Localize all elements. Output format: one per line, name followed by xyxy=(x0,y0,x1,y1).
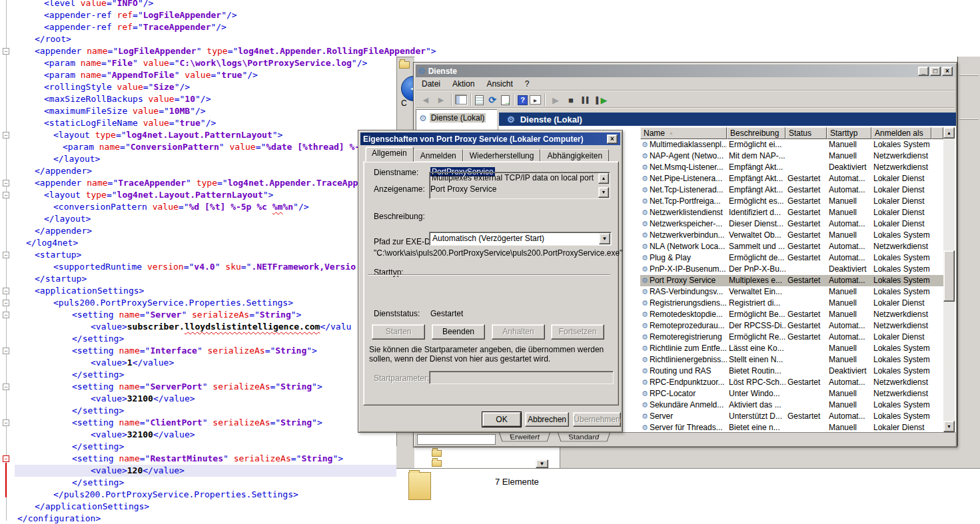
code-line[interactable]: </configuration> xyxy=(17,513,101,524)
code-line[interactable]: <layout type="log4net.Layout.PatternLayo… xyxy=(44,189,273,201)
minimize-button[interactable]: _ xyxy=(918,67,929,76)
tab-wiederherstellung[interactable]: Wiederherstellung xyxy=(463,149,541,162)
code-line[interactable]: </setting> xyxy=(72,369,124,381)
code-line[interactable]: </setting> xyxy=(72,477,124,489)
code-line[interactable]: <param name="File" value="C:\work\logs\P… xyxy=(44,57,367,69)
refresh-icon[interactable] xyxy=(486,94,499,106)
fold-toggle-icon[interactable]: − xyxy=(3,252,9,258)
export-list-icon[interactable] xyxy=(501,95,510,105)
service-row[interactable]: ⚙Registrierungsdiens...Registriert di...… xyxy=(640,298,943,309)
service-row[interactable]: ⚙Richtlinienergebniss...Stellt einen N..… xyxy=(640,354,943,366)
show-window-icon[interactable] xyxy=(530,95,541,105)
code-line[interactable]: <level value="INFO"/> xyxy=(44,0,153,9)
code-line[interactable]: <setting name="ClientPort" serializeAs="… xyxy=(72,417,322,429)
scroll-up-icon[interactable]: ▲ xyxy=(943,127,955,138)
scroll-down-icon[interactable]: ▼ xyxy=(943,421,955,432)
close-button[interactable]: × xyxy=(942,67,953,76)
abbrechen-button[interactable]: Abbrechen xyxy=(525,412,569,427)
code-line[interactable]: <setting name="Server" serializeAs="Stri… xyxy=(72,309,301,321)
ok-button[interactable]: OK xyxy=(482,412,521,427)
pause-service-icon[interactable] xyxy=(580,94,593,106)
scroll-up-icon[interactable]: ▲ xyxy=(598,173,609,184)
fold-toggle-icon[interactable]: − xyxy=(3,348,9,354)
service-row[interactable]: ⚙ServerUnterstützt D...GestartetAutomat.… xyxy=(640,411,943,422)
code-line[interactable]: <maxSizeRollBackups value="10"/> xyxy=(44,93,211,105)
help-icon[interactable] xyxy=(518,95,528,105)
uebernehmen-button[interactable]: Übernehmen xyxy=(573,412,621,427)
service-row[interactable]: ⚙PnP-X-IP-Busenum...Der PnP-X-Bu...Deakt… xyxy=(640,264,943,275)
code-line[interactable]: <setting name="ServerPort" serializeAs="… xyxy=(72,381,322,393)
code-line[interactable]: </startup> xyxy=(35,273,87,285)
service-row[interactable]: ⚙Netzwerkverbindun...Verwaltet Ob...Gest… xyxy=(640,230,943,241)
startparameter-input[interactable] xyxy=(429,371,614,384)
code-line[interactable]: <supportedRuntime version="v4.0" sku=".N… xyxy=(53,261,356,273)
code-line[interactable]: </appender> xyxy=(35,165,92,177)
back-icon[interactable] xyxy=(419,94,432,106)
bottom-tab-erweitert[interactable]: Erweitert xyxy=(499,433,550,441)
code-line[interactable]: </puls200.PortProxyService.Properties.Se… xyxy=(53,489,298,501)
code-line[interactable]: </appender> xyxy=(35,225,92,237)
tab-abhaengigkeiten[interactable]: Abhängigkeiten xyxy=(540,149,609,162)
dialog-titlebar[interactable]: Eigenschaften von Port Proxy Service (Lo… xyxy=(360,132,620,145)
menu-item-aktion[interactable]: Aktion xyxy=(446,78,480,90)
column-header-name[interactable]: Name▲ xyxy=(640,127,727,139)
code-line[interactable]: <appender name="TraceAppender" type="log… xyxy=(35,177,358,189)
properties-icon[interactable] xyxy=(475,95,484,105)
service-row[interactable]: ⚙Server für Threads...Bietet eine n...Ma… xyxy=(640,422,943,432)
code-line[interactable]: <applicationSettings> xyxy=(35,285,144,297)
code-line[interactable]: <puls200.PortProxyService.Properties.Set… xyxy=(53,297,293,309)
column-header-anmeldenals[interactable]: Anmelden als xyxy=(871,127,931,139)
fold-toggle-icon[interactable]: − xyxy=(3,300,9,306)
column-header-beschreibung[interactable]: Beschreibung xyxy=(727,127,785,139)
stop-service-icon[interactable] xyxy=(564,94,578,106)
code-line[interactable]: </layout> xyxy=(44,213,91,225)
bottom-tab-standard[interactable]: Standard xyxy=(558,433,610,441)
service-row[interactable]: ⚙RemoteregistrierungErmöglicht Re...Gest… xyxy=(640,332,943,343)
code-line[interactable]: <value>120</value> xyxy=(91,465,185,477)
service-row[interactable]: ⚙Netzwerkspeicher-...Dieser Dienst...Ges… xyxy=(640,218,943,230)
service-row[interactable]: ⚙Richtlinie zum Entfe...Lässt eine Ko...… xyxy=(640,343,943,354)
service-row[interactable]: ⚙Multimediaklassenpl...Ermöglicht ei...M… xyxy=(640,139,943,150)
code-line[interactable]: <staticLogFileName value="true"/> xyxy=(44,117,216,129)
service-row[interactable]: ⚙NetzwerklistendienstIdentifiziert d...G… xyxy=(640,207,943,218)
code-line[interactable]: <param name="ConversionPattern" value="%… xyxy=(63,141,365,153)
code-line[interactable]: <appender-ref ref="LogFileAppender"/> xyxy=(44,9,237,21)
code-line[interactable]: </root> xyxy=(35,33,71,45)
service-row[interactable]: ⚙Routing und RASBietet Routin...Deaktivi… xyxy=(640,366,943,377)
explorer-file-list[interactable]: ▼ xyxy=(414,447,560,468)
tab-allgemein[interactable]: Allgemein xyxy=(365,146,414,162)
code-line[interactable]: <setting name="RestartMinutes" serialize… xyxy=(72,453,343,465)
service-row[interactable]: ⚙RPC-LocatorUnter Windo...ManuellNetzwer… xyxy=(640,388,943,399)
service-row[interactable]: ⚙RPC-Endpunktzuor...Löst RPC-Sch...Gesta… xyxy=(640,377,943,388)
code-line[interactable]: <rollingStyle value="Size"/> xyxy=(44,81,190,93)
code-line[interactable]: <param name="AppendToFile" value="true"/… xyxy=(44,69,258,81)
service-row[interactable]: ⚙NLA (Network Loca...Sammelt und ...Gest… xyxy=(640,241,943,252)
code-line[interactable]: <layout type="log4net.Layout.PatternLayo… xyxy=(53,129,282,141)
scroll-down-icon[interactable]: ▼ xyxy=(598,187,609,198)
code-line[interactable]: <value>1</value> xyxy=(91,357,174,369)
chevron-down-icon[interactable]: ▼ xyxy=(599,233,610,244)
service-row[interactable]: ⚙Plug & PlayErmöglicht de...GestartetAut… xyxy=(640,252,943,264)
code-line[interactable]: <appender-ref ref="TraceAppender"/> xyxy=(44,21,227,33)
forward-icon[interactable] xyxy=(434,94,448,106)
service-row[interactable]: ⚙RAS-Verbindungsv...Verwaltet Ein...Manu… xyxy=(640,286,943,298)
fold-toggle-icon[interactable]: − xyxy=(3,180,9,186)
start-service-icon[interactable] xyxy=(549,94,562,106)
fold-toggle-icon[interactable]: − xyxy=(3,288,9,294)
service-row[interactable]: ⚙Remoteprozedurau...Der RPCSS-Di...Gesta… xyxy=(640,320,943,332)
fold-toggle-icon[interactable]: − xyxy=(3,192,9,198)
code-line[interactable]: <value>32100</value> xyxy=(91,429,195,441)
code-line[interactable]: <appender name="LogFileAppender" type="l… xyxy=(35,45,436,57)
restart-service-icon[interactable] xyxy=(595,94,608,106)
service-row[interactable]: ⚙Net.Pipe-Listenera...Empfängt Akt...Ges… xyxy=(640,173,943,184)
starttyp-select[interactable]: Automatisch (Verzögerter Start) ▼ xyxy=(429,232,612,246)
service-row[interactable]: ⚙Net.Tcp-Portfreiga...Ermöglicht es...Ge… xyxy=(640,196,943,207)
code-line[interactable]: <value>subscriber.lloydslistintelligence… xyxy=(91,321,351,333)
column-header-status[interactable]: Status xyxy=(785,127,827,139)
fold-toggle-icon[interactable]: − xyxy=(3,384,9,390)
code-line[interactable]: </setting> xyxy=(72,441,124,453)
menu-item-ansicht[interactable]: Ansicht xyxy=(480,78,518,90)
fold-toggle-icon[interactable]: − xyxy=(3,132,9,138)
fold-toggle-icon[interactable]: − xyxy=(3,312,9,318)
service-row[interactable]: ⚙Net.Msmq-Listener...Empfängt Akt...Deak… xyxy=(640,162,943,173)
